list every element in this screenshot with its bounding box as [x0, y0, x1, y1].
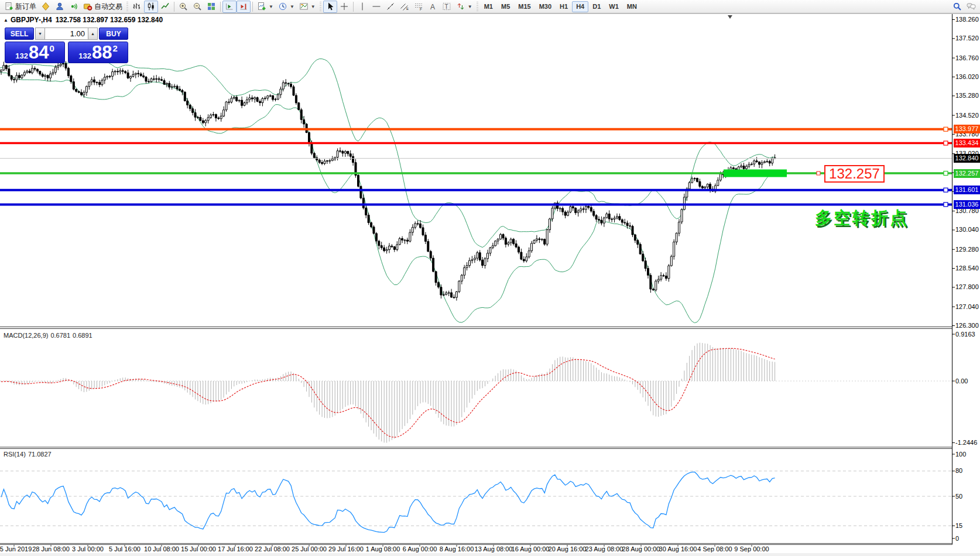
rsi-name: RSI(14): [4, 451, 26, 458]
candlestick-button[interactable]: [144, 1, 158, 13]
timeframe-h1-button[interactable]: H1: [556, 1, 572, 12]
profile-icon: [55, 2, 64, 11]
cursor-tool-button[interactable]: [323, 1, 337, 13]
candlestick-icon: [146, 2, 156, 11]
tile-windows-button[interactable]: [204, 1, 218, 13]
macd-value-signal: 0.6891: [73, 332, 92, 339]
svg-text:A: A: [430, 3, 435, 11]
rsi-line: [1, 472, 775, 533]
chart-canvas[interactable]: [0, 13, 980, 556]
mt4-window: 新订单 自动交易: [0, 0, 980, 556]
macd-value-main: 0.6781: [50, 332, 70, 339]
line-end-marker[interactable]: [944, 127, 948, 131]
timeframe-h4-button[interactable]: H4: [572, 1, 588, 12]
auto-trading-button[interactable]: 自动交易: [81, 1, 125, 13]
bar-chart-button[interactable]: [130, 1, 144, 13]
timeframe-m15-button[interactable]: M15: [514, 1, 534, 12]
text-tool-button[interactable]: A: [426, 1, 440, 13]
tile-windows-icon: [207, 2, 216, 11]
chart-gold-icon: [41, 2, 50, 11]
clock-icon: [278, 2, 287, 11]
collapse-arrow-icon[interactable]: ▲: [4, 18, 8, 23]
timeframe-mn-button[interactable]: MN: [623, 1, 641, 12]
line-end-marker[interactable]: [944, 203, 948, 207]
crosshair-icon: [340, 2, 349, 11]
line-chart-button[interactable]: [158, 1, 172, 13]
chart-shift-button[interactable]: [237, 1, 251, 13]
templates-button[interactable]: ▼: [297, 1, 318, 13]
text-label-tool-button[interactable]: T: [440, 1, 454, 13]
line-chart-icon: [160, 2, 170, 11]
charts-button[interactable]: [39, 1, 53, 13]
bollinger-upper-band: [0, 57, 775, 247]
timeframe-d1-button[interactable]: D1: [588, 1, 605, 12]
rsi-indicator-label: RSI(14)71.0827: [4, 451, 54, 458]
channel-icon: E: [400, 2, 409, 11]
volume-down-button[interactable]: ▼: [35, 28, 45, 40]
volume-input[interactable]: 1.00: [45, 28, 88, 40]
crosshair-tool-button[interactable]: [337, 1, 351, 13]
auto-trading-label: 自动交易: [94, 2, 122, 12]
buy-price-panel[interactable]: 132 88 2: [68, 42, 128, 63]
sound-icon: [69, 2, 78, 11]
arrow-objects-icon: [456, 2, 465, 11]
profiles-button[interactable]: [53, 1, 67, 13]
timeframe-m30-button[interactable]: M30: [535, 1, 556, 12]
sell-price-panel[interactable]: 132 84 0: [5, 42, 65, 63]
sell-button[interactable]: SELL: [5, 28, 34, 40]
trendline-tool-button[interactable]: [383, 1, 398, 13]
volume-spinner: ▼ 1.00 ▲: [35, 28, 98, 40]
shift-position-marker[interactable]: [728, 15, 732, 19]
chart-window[interactable]: 138.260137.520136.760136.020135.280134.5…: [0, 13, 980, 556]
line-end-marker[interactable]: [944, 141, 948, 145]
fibonacci-tool-button[interactable]: F: [412, 1, 426, 13]
auto-scroll-button[interactable]: [222, 1, 237, 13]
search-button[interactable]: [950, 1, 964, 13]
toolbar: 新订单 自动交易: [0, 0, 980, 13]
price-annotation-label[interactable]: 132.257: [824, 165, 885, 183]
new-order-button[interactable]: 新订单: [2, 1, 39, 13]
indicators-button[interactable]: ▼: [255, 1, 276, 13]
auto-scroll-icon: [225, 2, 234, 11]
periods-button[interactable]: ▼: [276, 1, 297, 13]
toolbar-grip: [126, 2, 128, 11]
zoom-in-button[interactable]: [176, 1, 190, 13]
svg-text:T: T: [444, 4, 448, 10]
candles-bullish: [1, 64, 776, 298]
vertical-line-tool-button[interactable]: [355, 1, 369, 13]
buy-button[interactable]: BUY: [99, 28, 128, 40]
sell-price-big: 84: [29, 43, 49, 62]
buy-price-sup: 2: [112, 43, 117, 53]
dropdown-caret-icon: ▼: [468, 4, 472, 9]
timeframe-m5-button[interactable]: M5: [497, 1, 514, 12]
timeframe-m1-button[interactable]: M1: [480, 1, 497, 12]
volume-up-button[interactable]: ▲: [88, 28, 98, 40]
zoom-out-button[interactable]: [190, 1, 204, 13]
vertical-line-icon: [358, 2, 367, 11]
highlight-rectangle[interactable]: [724, 170, 787, 177]
line-end-marker[interactable]: [944, 188, 948, 192]
community-chat-button[interactable]: [964, 1, 978, 13]
macd-pane: [0, 343, 952, 443]
svg-text:E: E: [406, 7, 409, 11]
one-click-trading-widget: SELL ▼ 1.00 ▲ BUY 132 84 0 132 88 2: [5, 28, 128, 63]
channel-tool-button[interactable]: E: [398, 1, 412, 13]
arrows-tool-button[interactable]: ▼: [454, 1, 475, 13]
text-icon: A: [428, 2, 437, 11]
toolbar-separator: [353, 2, 354, 12]
new-order-label: 新订单: [15, 2, 36, 12]
macd-indicator-label: MACD(12,26,9)0.67810.6891: [4, 332, 95, 339]
alerts-button[interactable]: [67, 1, 81, 13]
fibonacci-icon: F: [414, 2, 423, 11]
annotation-anchor-marker[interactable]: [817, 171, 820, 175]
buy-price-big: 88: [92, 43, 112, 62]
dropdown-caret-icon: ▼: [311, 4, 316, 9]
chinese-note-text[interactable]: 多空转折点: [815, 207, 909, 230]
line-end-marker[interactable]: [944, 171, 948, 176]
search-icon: [952, 2, 962, 11]
horizontal-line-tool-button[interactable]: [369, 1, 383, 13]
macd-histogram: [1, 343, 775, 443]
timeframe-w1-button[interactable]: W1: [605, 1, 623, 12]
chat-bubbles-icon: [967, 2, 976, 11]
horizontal-line-icon: [372, 2, 381, 11]
